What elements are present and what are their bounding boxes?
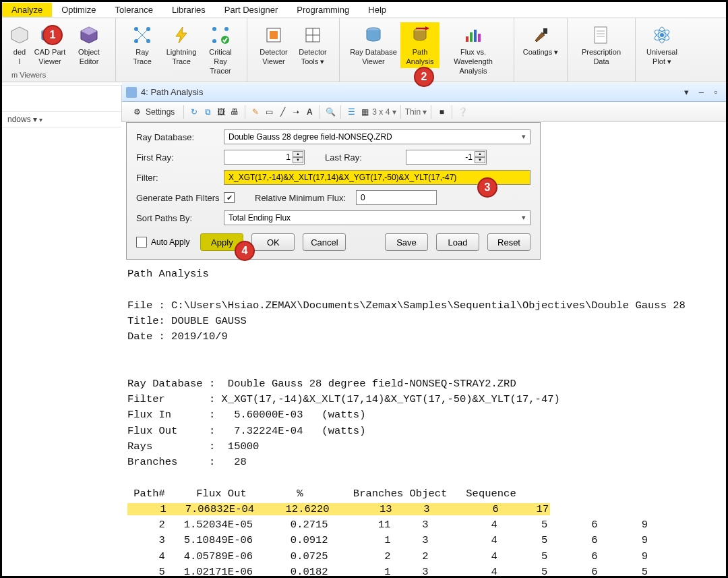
sort-select[interactable]: Total Ending Flux [224, 210, 530, 225]
callout-4: 4 [235, 241, 255, 261]
svg-point-13 [224, 27, 229, 31]
ribbon-prescription-data[interactable]: Prescription Data [574, 22, 628, 68]
brush-icon [529, 24, 552, 47]
grid-size[interactable]: 3 x 4 ▾ [372, 107, 396, 117]
pencil-icon[interactable]: ✎ [249, 106, 262, 118]
sort-value: Total Ending Flux [229, 213, 291, 223]
print-icon[interactable]: 🖶 [229, 106, 241, 118]
gear-icon: ⚙ [131, 106, 143, 118]
ribbon-label: Flux vs. [460, 48, 486, 57]
ribbon-path-analysis[interactable]: Path Analysis [400, 22, 439, 68]
window-restore-icon[interactable]: ▫ [710, 87, 722, 97]
first-ray-input[interactable]: 1 ▲▼ [224, 150, 305, 165]
ribbon-label: Analysis [406, 57, 434, 67]
ribbon-detector-viewer[interactable]: Detector Viewer [254, 22, 293, 68]
ok-button[interactable]: OK [251, 233, 295, 251]
output-text: Path Analysis File : C:\Users\Hsiao.ZEMA… [122, 260, 726, 578]
svg-point-34 [660, 33, 664, 37]
menu-tolerance[interactable]: Tolerance [106, 3, 162, 17]
auto-apply-checkbox[interactable] [136, 237, 147, 248]
spinner-icon[interactable]: ▲▼ [475, 151, 485, 163]
load-button[interactable]: Load [436, 233, 479, 251]
ribbon-object-editor[interactable]: Object Editor [69, 22, 109, 68]
last-ray-value: -1 [411, 152, 473, 162]
ribbon-lightning-trace[interactable]: Lightning Trace [162, 22, 201, 68]
text-tool-icon[interactable]: A [303, 106, 315, 118]
menu-libraries[interactable]: Libraries [162, 3, 215, 17]
refresh-icon[interactable]: ↻ [188, 106, 200, 118]
ribbon-critical-ray-tracer[interactable]: Critical Ray Tracer [201, 22, 240, 77]
rel-min-flux-input[interactable]: 0 [356, 190, 437, 205]
menu-analyze[interactable]: Analyze [2, 3, 52, 17]
settings-button[interactable]: ⚙ Settings [126, 103, 179, 121]
window-minimize-icon[interactable]: – [695, 87, 707, 97]
detector-viewer-icon [262, 24, 285, 47]
ribbon-label: Prescription [582, 48, 621, 57]
ribbon-label: Path [413, 48, 428, 57]
ray-database-label: Ray Database: [136, 132, 224, 142]
ribbon-label: ded [13, 48, 26, 57]
line-weight[interactable]: Thin ▾ [405, 107, 427, 117]
menu-programming[interactable]: Programming [287, 3, 359, 17]
ribbon-coatings[interactable]: Coatings ▾ [521, 22, 560, 59]
svg-rect-30 [595, 27, 607, 43]
copy-icon[interactable]: ⧉ [202, 106, 214, 118]
menu-optimize[interactable]: Optimize [52, 3, 105, 17]
reset-button[interactable]: Reset [487, 233, 530, 251]
ribbon-group-label: m Viewers [9, 68, 46, 79]
line-icon[interactable]: ╱ [276, 106, 289, 118]
svg-rect-29 [543, 28, 547, 34]
ribbon-label: CAD Part [34, 48, 65, 57]
svg-point-12 [212, 27, 216, 31]
last-ray-label: Last Ray: [305, 152, 406, 163]
ribbon-label: Plot ▾ [653, 57, 671, 67]
ribbon-flux-vs-wavelength[interactable]: Flux vs. Wavelength Analysis [439, 22, 507, 77]
ribbon-label: Critical Ray [202, 48, 239, 67]
svg-rect-25 [466, 36, 468, 42]
menu-part-designer[interactable]: Part Designer [215, 3, 287, 17]
document-icon [590, 24, 613, 47]
side-windows-group[interactable]: ndows ▾ [2, 112, 121, 127]
help-icon[interactable]: ❔ [456, 106, 468, 118]
detector-tools-icon [301, 24, 324, 47]
gen-filters-checkbox[interactable]: ✔ [224, 192, 235, 203]
save-button[interactable]: Save [385, 233, 428, 251]
save-image-icon[interactable]: 🖼 [215, 106, 227, 118]
align-icon[interactable]: ☰ [345, 106, 357, 118]
ribbon-label: Editor [80, 57, 99, 67]
svg-rect-17 [270, 31, 278, 39]
ribbon-ray-database-viewer[interactable]: Ray Database Viewer [346, 22, 400, 68]
window-dropdown-icon[interactable]: ▾ [681, 87, 693, 97]
ribbon-label: l [19, 57, 20, 67]
cancel-button[interactable]: Cancel [303, 233, 346, 251]
last-ray-input[interactable]: -1 ▲▼ [406, 150, 487, 165]
svg-marker-11 [176, 27, 187, 43]
cube-blue-icon [8, 24, 31, 47]
settings-label: Settings [146, 107, 175, 117]
callout-1: 1 [42, 25, 63, 45]
menu-help[interactable]: Help [359, 3, 396, 17]
auto-apply-label: Auto Apply [151, 237, 189, 247]
database-icon [362, 24, 385, 47]
rel-min-flux-value: 0 [361, 193, 365, 202]
svg-rect-28 [478, 34, 481, 42]
window-icon [126, 87, 137, 98]
rectangle-icon[interactable]: ▭ [263, 106, 275, 118]
ribbon-universal-plot[interactable]: Universal Plot ▾ [642, 22, 681, 68]
svg-rect-27 [474, 30, 477, 42]
filter-label: Filter: [136, 173, 224, 183]
cube-purple-icon [78, 24, 100, 47]
arrow-icon[interactable]: ➝ [290, 106, 302, 118]
atom-icon [650, 24, 673, 47]
gen-filters-label: Generate Path Filters [136, 193, 224, 203]
ribbon-ray-trace[interactable]: Ray Trace [123, 22, 162, 68]
ray-database-select[interactable]: Double Gauss 28 degree field-NONSEQ.ZRD [224, 129, 530, 144]
flux-chart-icon [462, 24, 485, 47]
spinner-icon[interactable]: ▲▼ [293, 151, 303, 163]
stop-icon[interactable]: ■ [435, 106, 448, 118]
grid-icon[interactable]: ▦ [359, 106, 371, 118]
ribbon-label: Ray Database [350, 48, 397, 57]
ribbon-shaded-model[interactable]: ded l [9, 22, 30, 68]
zoom-icon[interactable]: 🔍 [324, 106, 336, 118]
ribbon-detector-tools[interactable]: Detector Tools ▾ [293, 22, 332, 68]
